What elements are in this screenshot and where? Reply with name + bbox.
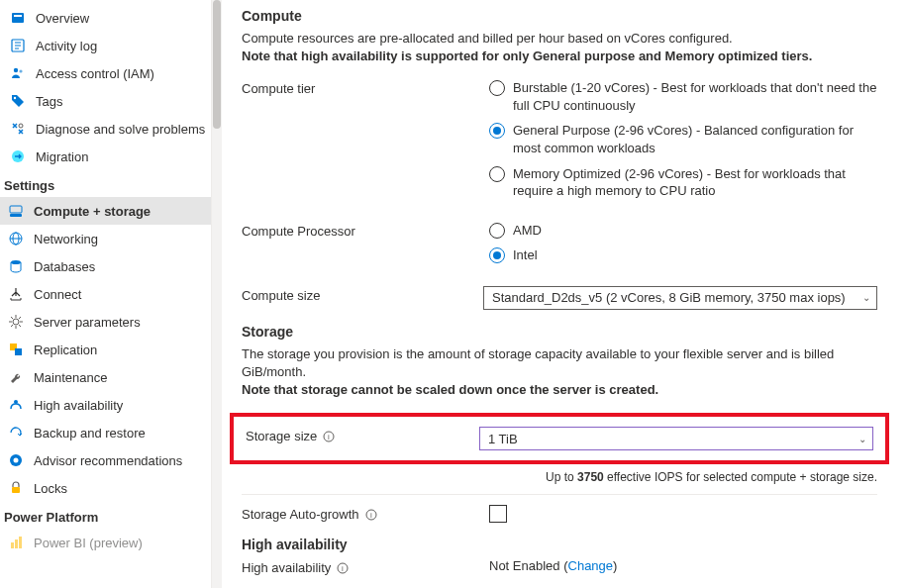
- radio-label: AMD: [513, 222, 542, 240]
- nav-diagnose[interactable]: Diagnose and solve problems: [2, 115, 211, 143]
- chevron-down-icon: ⌄: [858, 434, 866, 444]
- svg-point-22: [14, 458, 19, 463]
- ha-icon: [8, 397, 24, 413]
- nav-access-control[interactable]: Access control (IAM): [2, 59, 211, 87]
- compute-heading: Compute: [242, 8, 877, 24]
- radio-icon: [489, 123, 505, 139]
- select-value: Standard_D2ds_v5 (2 vCores, 8 GiB memory…: [492, 290, 846, 305]
- sidebar: Overview Activity log Access control (IA…: [0, 0, 212, 588]
- nav-label: Diagnose and solve problems: [36, 122, 205, 137]
- nav-migration[interactable]: Migration: [2, 143, 211, 170]
- power-bi-icon: [8, 535, 24, 550]
- nav-label: Compute + storage: [34, 204, 151, 219]
- compute-size-label: Compute size: [242, 286, 483, 303]
- svg-rect-24: [11, 542, 14, 548]
- advisor-icon: [8, 452, 24, 468]
- nav-maintenance[interactable]: Maintenance: [0, 363, 211, 391]
- radio-general-purpose[interactable]: General Purpose (2-96 vCores) - Balanced…: [489, 122, 877, 156]
- iops-note: Up to 3750 effective IOPS for selected c…: [242, 470, 877, 484]
- nav-label: Replication: [34, 343, 97, 357]
- connect-icon: [8, 286, 24, 302]
- radio-icon: [489, 223, 505, 239]
- nav-label: Connect: [34, 287, 81, 302]
- content-scrollbar[interactable]: [212, 0, 222, 588]
- compute-processor-label: Compute Processor: [242, 222, 489, 239]
- tag-icon: [10, 93, 26, 109]
- radio-memory-optimized[interactable]: Memory Optimized (2-96 vCores) - Best fo…: [489, 165, 877, 200]
- chevron-down-icon: ⌄: [862, 292, 870, 303]
- compute-size-select[interactable]: Standard_D2ds_v5 (2 vCores, 8 GiB memory…: [483, 286, 877, 310]
- svg-rect-0: [12, 13, 24, 23]
- power-platform-header: Power Platform: [0, 502, 211, 529]
- ha-status: Not Enabled: [489, 558, 560, 573]
- nav-replication[interactable]: Replication: [0, 336, 211, 363]
- nav-label: Maintenance: [34, 370, 107, 385]
- lock-icon: [8, 480, 24, 496]
- nav-label: Overview: [36, 11, 89, 26]
- radio-icon: [489, 166, 505, 182]
- radio-burstable[interactable]: Burstable (1-20 vCores) - Best for workl…: [489, 79, 877, 114]
- radio-amd[interactable]: AMD: [489, 222, 877, 240]
- radio-label: Burstable (1-20 vCores) - Best for workl…: [513, 79, 877, 114]
- compute-note-line1: Compute resources are pre-allocated and …: [242, 31, 733, 46]
- storage-note: The storage you provision is the amount …: [242, 345, 877, 400]
- nav-server-parameters[interactable]: Server parameters: [0, 308, 211, 336]
- compute-processor-row: Compute Processor AMD Intel: [242, 222, 877, 272]
- svg-text:i: i: [370, 511, 372, 520]
- autogrowth-checkbox[interactable]: [489, 505, 507, 523]
- ha-row: High availability i Not Enabled (Change): [242, 558, 877, 575]
- nav-high-availability[interactable]: High availability: [0, 391, 211, 419]
- storage-size-select[interactable]: 1 TiB ⌄: [479, 427, 873, 450]
- nav-label: Locks: [34, 481, 67, 496]
- compute-tier-label: Compute tier: [242, 79, 489, 96]
- nav-connect[interactable]: Connect: [0, 280, 211, 308]
- svg-point-8: [14, 97, 16, 99]
- select-value: 1 TiB: [488, 432, 518, 446]
- nav-advisor[interactable]: Advisor recommendations: [0, 446, 211, 474]
- radio-label: Memory Optimized (2-96 vCores) - Best fo…: [513, 165, 877, 200]
- info-icon[interactable]: i: [323, 431, 335, 442]
- svg-text:i: i: [328, 433, 330, 441]
- nav-databases[interactable]: Databases: [0, 252, 211, 280]
- wrench-icon: [8, 369, 24, 385]
- svg-point-20: [14, 400, 18, 404]
- info-icon[interactable]: i: [365, 509, 377, 521]
- nav-activity-log[interactable]: Activity log: [2, 32, 211, 59]
- compute-note: Compute resources are pre-allocated and …: [242, 30, 877, 65]
- svg-rect-25: [15, 539, 18, 548]
- compute-tier-row: Compute tier Burstable (1-20 vCores) - B…: [242, 79, 877, 207]
- info-icon[interactable]: i: [337, 562, 349, 574]
- ha-value: Not Enabled (Change): [489, 558, 877, 573]
- storage-autogrowth-label: Storage Auto-growth i: [242, 505, 489, 522]
- svg-point-7: [19, 69, 22, 72]
- nav-label: Advisor recommendations: [34, 453, 182, 468]
- nav-tags[interactable]: Tags: [2, 87, 211, 115]
- nav-locks[interactable]: Locks: [0, 474, 211, 502]
- ha-change-link[interactable]: Change: [568, 558, 614, 573]
- storage-heading: Storage: [242, 324, 877, 340]
- svg-rect-19: [15, 348, 22, 355]
- settings-header: Settings: [0, 170, 211, 197]
- nav-power-bi[interactable]: Power BI (preview): [0, 529, 211, 556]
- nav-backup-restore[interactable]: Backup and restore: [0, 419, 211, 446]
- backup-icon: [8, 425, 24, 441]
- nav-label: Power BI (preview): [34, 536, 143, 550]
- database-icon: [8, 258, 24, 274]
- storage-note-line2: Note that storage cannot be scaled down …: [242, 382, 658, 397]
- nav-label: High availability: [34, 398, 123, 413]
- compute-note-line2: Note that high availability is supported…: [242, 49, 812, 63]
- nav-overview[interactable]: Overview: [2, 4, 211, 32]
- migration-icon: [10, 148, 26, 164]
- radio-intel[interactable]: Intel: [489, 246, 877, 264]
- scrollbar-thumb[interactable]: [213, 0, 221, 129]
- main-content: Compute Compute resources are pre-alloca…: [222, 0, 907, 588]
- gear-icon: [8, 314, 24, 330]
- svg-rect-11: [10, 206, 22, 213]
- nav-label: Activity log: [36, 39, 97, 53]
- nav-compute-storage[interactable]: Compute + storage: [0, 197, 211, 225]
- svg-rect-26: [19, 537, 22, 548]
- storage-note-line1: The storage you provision is the amount …: [242, 346, 834, 379]
- storage-autogrowth-row: Storage Auto-growth i: [242, 505, 877, 523]
- nav-networking[interactable]: Networking: [0, 225, 211, 252]
- divider: [242, 494, 877, 495]
